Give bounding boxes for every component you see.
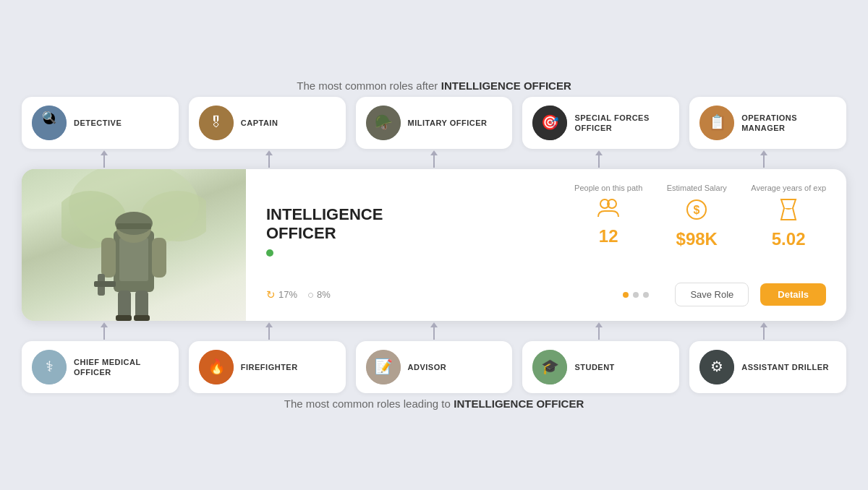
role-name-chief-medical: CHIEF MEDICAL OFFICER xyxy=(74,357,169,378)
role-card-military-officer[interactable]: 🪖 MILITARY OFFICER xyxy=(356,97,513,149)
main-card-image xyxy=(22,169,246,321)
role-card-student[interactable]: 🎓 STUDENT xyxy=(522,341,679,393)
avatar-special-forces: 🎯 xyxy=(532,106,567,140)
avatar-assistant-driller: ⚙ xyxy=(699,350,734,384)
percentage-info: ↻ 17% ○ 8% xyxy=(266,288,331,301)
before-roles-row: ⚕ CHIEF MEDICAL OFFICER 🔥 FIREFIGHTER 📝 … xyxy=(22,341,846,393)
svg-text:⚙: ⚙ xyxy=(710,358,723,374)
role-name-operations-manager: OPERATIONS MANAGER xyxy=(741,113,836,134)
role-card-advisor[interactable]: 📝 ADVISOR xyxy=(356,341,513,393)
svg-rect-27 xyxy=(134,315,150,321)
role-card-special-forces[interactable]: 🎯 SPECIAL FORCES OFFICER xyxy=(522,97,679,149)
svg-rect-18 xyxy=(152,238,166,278)
svg-text:🔥: 🔥 xyxy=(207,358,225,375)
role-card-operations-manager[interactable]: 📋 OPERATIONS MANAGER xyxy=(689,97,846,149)
hourglass-icon xyxy=(778,198,799,226)
role-name-detective: DETECTIVE xyxy=(74,118,122,128)
role-name-special-forces: SPECIAL FORCES OFFICER xyxy=(574,113,669,134)
pagination-dots xyxy=(623,292,649,298)
role-card-firefighter[interactable]: 🔥 FIREFIGHTER xyxy=(189,341,346,393)
svg-text:🎯: 🎯 xyxy=(541,113,559,131)
stats-row: People on this path 12 Estimated Salary xyxy=(574,184,826,249)
svg-rect-20 xyxy=(94,281,116,287)
arrows-up-row xyxy=(22,149,846,169)
avatar-captain: 🎖 xyxy=(199,106,234,140)
arrow-down-3 xyxy=(352,321,516,341)
main-card-bottom: ↻ 17% ○ 8% Save Role Details xyxy=(266,283,826,306)
stat-salary-label: Estimated Salary xyxy=(667,184,727,192)
arrow-down-4 xyxy=(516,321,681,341)
stat-people-label: People on this path xyxy=(574,184,642,192)
svg-text:📝: 📝 xyxy=(374,358,392,375)
people-icon xyxy=(597,198,620,223)
avatar-operations-manager: 📋 xyxy=(699,106,734,140)
role-name-firefighter: FIREFIGHTER xyxy=(241,362,298,372)
svg-rect-17 xyxy=(101,238,116,278)
pct-item-2: ○ 8% xyxy=(307,288,331,301)
avatar-student: 🎓 xyxy=(532,350,567,384)
role-card-captain[interactable]: 🎖 CAPTAIN xyxy=(189,97,346,149)
svg-text:$: $ xyxy=(694,204,700,216)
arrow-down-5 xyxy=(681,321,846,341)
role-name-captain: CAPTAIN xyxy=(241,118,278,128)
svg-text:🔍: 🔍 xyxy=(42,111,56,124)
main-card-content: INTELLIGENCE OFFICER People on this path xyxy=(246,169,846,321)
role-name-student: STUDENT xyxy=(574,362,614,372)
avatar-advisor: 📝 xyxy=(366,350,401,384)
save-role-button[interactable]: Save Role xyxy=(675,283,749,306)
stat-experience: Average years of exp 5.02 xyxy=(751,184,826,249)
pct-value-1: 17% xyxy=(278,289,297,300)
main-card-top: INTELLIGENCE OFFICER People on this path xyxy=(266,184,826,257)
svg-rect-26 xyxy=(116,315,132,321)
svg-rect-23 xyxy=(116,223,151,229)
arrow-up-3 xyxy=(352,149,516,169)
avatar-detective: 🔍 xyxy=(32,106,67,140)
details-button[interactable]: Details xyxy=(760,283,826,306)
stat-experience-label: Average years of exp xyxy=(751,184,826,192)
main-card: INTELLIGENCE OFFICER People on this path xyxy=(22,169,846,321)
svg-text:🎓: 🎓 xyxy=(541,358,559,375)
arrows-down-row xyxy=(22,321,846,341)
arrow-down-2 xyxy=(187,321,352,341)
stat-people: People on this path 12 xyxy=(574,184,642,249)
svg-text:⚕: ⚕ xyxy=(46,358,54,374)
arrow-up-2 xyxy=(187,149,352,169)
stat-people-value: 12 xyxy=(599,226,618,246)
svg-text:📋: 📋 xyxy=(708,113,726,131)
avatar-chief-medical: ⚕ xyxy=(32,350,67,384)
after-roles-row: 🔍 DETECTIVE 🎖 CAPTAIN 🪖 MILITARY OFFICER… xyxy=(22,97,846,149)
role-card-assistant-driller[interactable]: ⚙ ASSISTANT DRILLER xyxy=(689,341,846,393)
svg-text:🪖: 🪖 xyxy=(374,113,392,131)
stat-experience-value: 5.02 xyxy=(772,229,806,249)
role-card-chief-medical[interactable]: ⚕ CHIEF MEDICAL OFFICER xyxy=(22,341,179,393)
arrow-up-1 xyxy=(22,149,187,169)
svg-rect-16 xyxy=(119,238,148,281)
pct-value-2: 8% xyxy=(317,289,331,300)
main-role-title: INTELLIGENCE OFFICER xyxy=(266,205,383,244)
active-dot xyxy=(266,249,273,257)
dot-1[interactable] xyxy=(623,292,629,298)
stat-salary: Estimated Salary $ $98K xyxy=(664,184,729,249)
bottom-label: The most common roles leading to INTELLI… xyxy=(284,397,584,411)
arrow-up-5 xyxy=(681,149,846,169)
arrow-up-4 xyxy=(516,149,681,169)
soldier-illustration xyxy=(61,169,206,321)
svg-text:🎖: 🎖 xyxy=(209,114,224,130)
role-name-assistant-driller: ASSISTANT DRILLER xyxy=(741,362,829,372)
circle-icon: ○ xyxy=(307,288,314,301)
role-name-military-officer: MILITARY OFFICER xyxy=(408,118,488,128)
role-name-advisor: ADVISOR xyxy=(408,362,447,372)
dot-3[interactable] xyxy=(643,292,649,298)
pct-item-1: ↻ 17% xyxy=(266,288,297,301)
dot-2[interactable] xyxy=(633,292,639,298)
main-role-info: INTELLIGENCE OFFICER xyxy=(266,184,383,257)
avatar-military-officer: 🪖 xyxy=(366,106,401,140)
cycle-icon: ↻ xyxy=(266,288,276,301)
top-label: The most common roles after INTELLIGENCE… xyxy=(297,79,571,93)
arrow-down-1 xyxy=(22,321,187,341)
role-card-detective[interactable]: 🔍 DETECTIVE xyxy=(22,97,179,149)
salary-icon: $ xyxy=(685,198,708,226)
avatar-firefighter: 🔥 xyxy=(199,350,234,384)
stat-salary-value: $98K xyxy=(676,229,718,249)
